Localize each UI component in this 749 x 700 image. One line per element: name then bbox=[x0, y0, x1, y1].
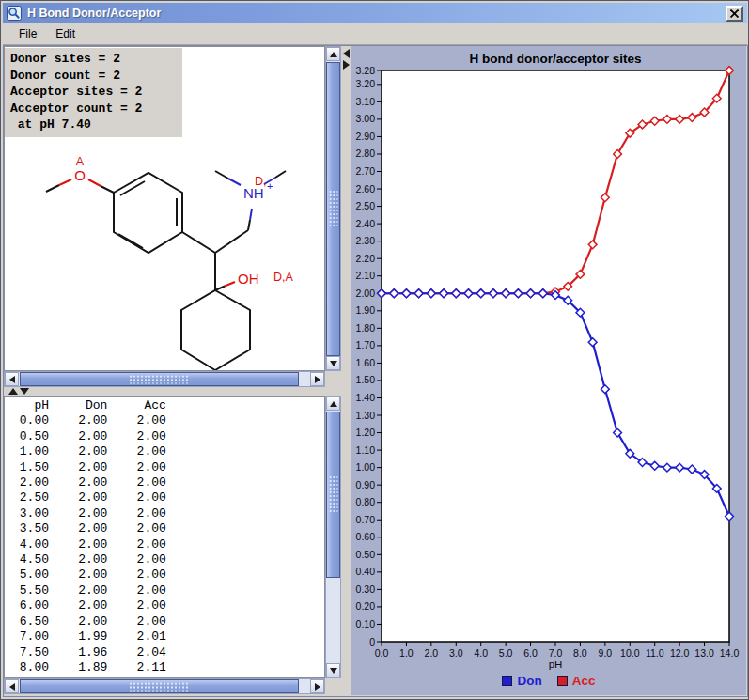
plot-area bbox=[382, 70, 729, 642]
svg-text:2.10: 2.10 bbox=[356, 270, 376, 281]
legend-label-acc: Acc bbox=[572, 674, 596, 688]
svg-text:11.0: 11.0 bbox=[646, 647, 664, 659]
svg-text:14.0: 14.0 bbox=[720, 647, 740, 659]
close-button[interactable] bbox=[726, 6, 743, 22]
scrollbar-thumb[interactable] bbox=[326, 412, 340, 578]
thumb-grip-icon bbox=[329, 476, 337, 514]
svg-text:5.0: 5.0 bbox=[499, 647, 513, 659]
svg-text:0.30: 0.30 bbox=[356, 583, 376, 595]
svg-text:2.80: 2.80 bbox=[356, 148, 376, 159]
scroll-up-button[interactable] bbox=[326, 47, 340, 61]
arrow-left-icon bbox=[9, 376, 15, 383]
svg-text:3.10: 3.10 bbox=[356, 96, 376, 107]
splitter-down-icon[interactable] bbox=[20, 388, 29, 395]
window-title: H Bond Donor/Acceptor bbox=[27, 7, 726, 20]
acc-swatch-icon bbox=[557, 676, 568, 686]
svg-text:2.60: 2.60 bbox=[356, 183, 376, 194]
svg-text:2.70: 2.70 bbox=[356, 165, 376, 177]
amine-atom-label: NH bbox=[243, 185, 264, 201]
scrollbar-thumb[interactable] bbox=[326, 62, 340, 356]
scrollbar-thumb[interactable] bbox=[20, 679, 299, 693]
scrollbar-thumb[interactable] bbox=[20, 372, 299, 386]
scroll-down-button[interactable] bbox=[326, 663, 340, 677]
chart-panel: H bond donor/acceptor sites 3.283.203.10… bbox=[351, 46, 746, 695]
x-axis-ticks: 0.01.02.03.04.05.06.07.08.09.010.011.012… bbox=[375, 642, 740, 659]
close-icon bbox=[730, 9, 739, 18]
scroll-down-button[interactable] bbox=[326, 356, 340, 370]
methoxy-annotation-label: A bbox=[76, 155, 85, 168]
thumb-grip-icon bbox=[329, 191, 337, 228]
title-bar[interactable]: H Bond Donor/Acceptor bbox=[3, 3, 747, 23]
svg-text:1.80: 1.80 bbox=[356, 322, 376, 334]
thumb-grip-icon bbox=[130, 682, 190, 691]
svg-text:6.0: 6.0 bbox=[523, 647, 538, 659]
splitter-up-icon[interactable] bbox=[8, 388, 18, 395]
arrow-down-icon bbox=[330, 668, 337, 674]
svg-text:0.0: 0.0 bbox=[375, 647, 389, 659]
svg-text:1.20: 1.20 bbox=[356, 427, 376, 438]
hydroxyl-atom-label: OH bbox=[238, 271, 259, 287]
svg-text:0.90: 0.90 bbox=[356, 479, 376, 490]
svg-text:1.90: 1.90 bbox=[356, 304, 376, 316]
splitter-right-icon[interactable] bbox=[343, 60, 350, 70]
svg-text:1.30: 1.30 bbox=[356, 410, 376, 421]
svg-text:0.70: 0.70 bbox=[356, 514, 376, 525]
scroll-up-button[interactable] bbox=[326, 397, 340, 411]
scroll-left-button[interactable] bbox=[5, 372, 19, 386]
splitter-left-icon[interactable] bbox=[343, 49, 350, 58]
menu-bar: File Edit bbox=[3, 23, 747, 45]
table-panel: pH Don Acc 0.00 2.00 2.00 0.50 2.00 2.00… bbox=[4, 396, 325, 678]
legend-label-don: Don bbox=[517, 674, 541, 688]
y-axis-ticks: 3.283.203.103.002.902.802.702.602.502.40… bbox=[356, 65, 382, 647]
structure-horizontal-scrollbar[interactable] bbox=[4, 371, 325, 387]
structure-vertical-scrollbar[interactable] bbox=[325, 46, 341, 371]
thumb-grip-icon bbox=[130, 375, 190, 383]
svg-text:2.50: 2.50 bbox=[356, 200, 376, 211]
table-horizontal-scrollbar[interactable] bbox=[4, 678, 325, 694]
table-vertical-scrollbar[interactable] bbox=[325, 396, 341, 678]
don-swatch-icon bbox=[502, 676, 512, 686]
svg-text:2.40: 2.40 bbox=[356, 218, 376, 229]
svg-text:0.10: 0.10 bbox=[356, 618, 376, 630]
amine-charge-label: + bbox=[267, 180, 273, 192]
svg-text:7.0: 7.0 bbox=[549, 647, 563, 659]
svg-text:3.20: 3.20 bbox=[356, 78, 376, 89]
info-box: Donor sites = 2 Donor count = 2 Acceptor… bbox=[5, 48, 182, 137]
scroll-right-button[interactable] bbox=[310, 372, 324, 386]
svg-text:0.20: 0.20 bbox=[356, 600, 376, 612]
scroll-left-button[interactable] bbox=[5, 679, 19, 693]
svg-text:2.00: 2.00 bbox=[356, 288, 376, 299]
x-axis-label: pH bbox=[549, 659, 563, 670]
ph-table: pH Don Acc 0.00 2.00 2.00 0.50 2.00 2.00… bbox=[5, 397, 324, 676]
svg-text:2.90: 2.90 bbox=[356, 131, 376, 142]
svg-text:1.70: 1.70 bbox=[356, 339, 376, 350]
svg-text:10.0: 10.0 bbox=[620, 647, 640, 659]
cyclohexane-ring bbox=[181, 290, 250, 370]
svg-text:0.50: 0.50 bbox=[356, 549, 376, 560]
vertical-splitter[interactable] bbox=[341, 46, 351, 694]
svg-text:1.00: 1.00 bbox=[356, 461, 376, 473]
menu-file[interactable]: File bbox=[9, 24, 46, 43]
arrow-right-icon bbox=[315, 376, 320, 383]
svg-text:1.10: 1.10 bbox=[356, 444, 376, 456]
arrow-left-icon bbox=[9, 683, 15, 691]
svg-text:0.60: 0.60 bbox=[356, 531, 376, 542]
arrow-up-icon bbox=[330, 52, 337, 57]
hydroxyl-annotation-label: D,A bbox=[273, 271, 294, 284]
svg-text:3.0: 3.0 bbox=[449, 647, 463, 659]
svg-text:2.30: 2.30 bbox=[356, 235, 376, 246]
oxygen-atom-label: O bbox=[74, 167, 86, 183]
menu-edit[interactable]: Edit bbox=[46, 24, 85, 43]
ph-profile-chart: H bond donor/acceptor sites 3.283.203.10… bbox=[351, 46, 746, 695]
methyl-oxygen-bond bbox=[46, 185, 59, 192]
svg-text:1.50: 1.50 bbox=[356, 374, 376, 385]
benzene-ring bbox=[114, 173, 182, 253]
svg-text:9.0: 9.0 bbox=[599, 647, 613, 659]
svg-text:0: 0 bbox=[369, 636, 375, 647]
horizontal-splitter[interactable] bbox=[4, 387, 341, 396]
svg-text:2.0: 2.0 bbox=[425, 647, 439, 659]
scroll-right-button[interactable] bbox=[310, 679, 324, 693]
svg-text:1.60: 1.60 bbox=[356, 357, 376, 368]
legend-item-acc: Acc bbox=[557, 674, 596, 688]
svg-text:3.28: 3.28 bbox=[356, 65, 376, 76]
